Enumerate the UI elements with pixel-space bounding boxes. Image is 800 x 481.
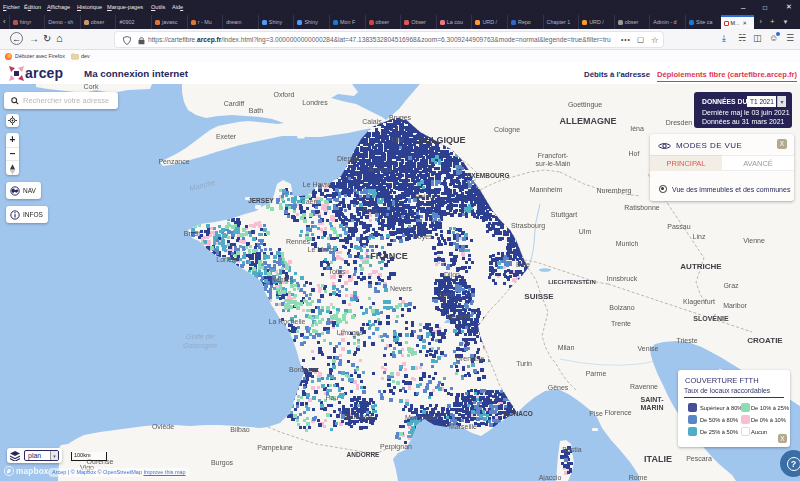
svg-text:Oxford: Oxford: [273, 91, 294, 98]
svg-text:Venise: Venise: [637, 345, 658, 352]
svg-text:Troyes: Troyes: [411, 233, 433, 241]
svg-text:Ulm: Ulm: [579, 228, 592, 235]
svg-text:Trente: Trente: [611, 320, 631, 327]
svg-text:SUISSE: SUISSE: [524, 292, 554, 301]
svg-text:Nuremberg: Nuremberg: [596, 187, 631, 195]
svg-text:Dijon: Dijon: [444, 271, 460, 279]
svg-text:Bâle: Bâle: [516, 261, 530, 268]
svg-text:Goettingue: Goettingue: [568, 101, 602, 109]
svg-text:Ratisbonne: Ratisbonne: [624, 204, 660, 211]
svg-text:Reims: Reims: [415, 193, 435, 200]
svg-text:Mannheim: Mannheim: [530, 186, 563, 193]
svg-text:Ravenne: Ravenne: [630, 383, 658, 390]
svg-text:Penzance: Penzance: [158, 158, 189, 165]
svg-text:Genève: Genève: [447, 313, 472, 320]
svg-text:Exeter: Exeter: [216, 133, 237, 140]
svg-text:Linz: Linz: [693, 233, 706, 240]
svg-text:Turin: Turin: [516, 360, 532, 367]
svg-text:Bordeaux: Bordeaux: [289, 366, 319, 373]
svg-text:Innsbruck: Innsbruck: [607, 275, 638, 282]
svg-text:Perpignan: Perpignan: [380, 443, 412, 451]
svg-text:Pau: Pau: [326, 394, 339, 401]
svg-text:Paris: Paris: [362, 207, 378, 214]
svg-text:ALLEMAGNE: ALLEMAGNE: [560, 116, 617, 126]
svg-text:Pampelune: Pampelune: [257, 444, 293, 452]
svg-text:Toulouse: Toulouse: [344, 413, 372, 420]
svg-text:Bilbao: Bilbao: [230, 426, 250, 433]
svg-text:Le Havre: Le Havre: [303, 181, 332, 188]
svg-text:Hof: Hof: [629, 150, 640, 157]
svg-text:AUTRICHE: AUTRICHE: [680, 262, 722, 271]
svg-text:Cardiff: Cardiff: [224, 100, 245, 107]
svg-text:CROATIE: CROATIE: [747, 336, 783, 345]
svg-text:Lorient: Lorient: [216, 256, 237, 263]
svg-text:BELGIQUE: BELGIQUE: [418, 135, 465, 145]
svg-text:Cork: Cork: [84, 84, 99, 90]
svg-text:Klagenfurt: Klagenfurt: [683, 298, 715, 306]
svg-text:Londres: Londres: [302, 99, 328, 106]
svg-text:JERSEY: JERSEY: [248, 197, 274, 204]
svg-text:Iéna: Iéna: [630, 125, 644, 132]
svg-text:Brest: Brest: [184, 230, 200, 237]
svg-text:Maribor: Maribor: [723, 302, 747, 309]
svg-text:Burgos: Burgos: [211, 459, 234, 467]
svg-text:Cologne: Cologne: [494, 126, 520, 134]
svg-text:Rome: Rome: [629, 474, 648, 481]
svg-text:Oviède: Oviède: [152, 423, 174, 430]
svg-text:Dresden: Dresden: [666, 119, 693, 126]
svg-text:sur-le-Main: sur-le-Main: [535, 160, 570, 167]
svg-text:Vienne: Vienne: [743, 237, 765, 244]
svg-text:SAINT-: SAINT-: [641, 396, 665, 403]
svg-text:Graz: Graz: [723, 282, 739, 289]
svg-text:Munich: Munich: [616, 240, 639, 247]
svg-text:Montpellier: Montpellier: [405, 414, 440, 422]
svg-text:Bruges: Bruges: [389, 114, 412, 122]
svg-text:ITALIE: ITALIE: [644, 454, 672, 464]
svg-text:Le Mans: Le Mans: [308, 246, 335, 253]
svg-text:Calais: Calais: [362, 118, 382, 125]
svg-text:Gascogne: Gascogne: [183, 341, 217, 350]
svg-text:ANDORRE: ANDORRE: [347, 451, 381, 458]
svg-text:Nevers: Nevers: [390, 285, 413, 292]
svg-text:LIECHTENSTEIN: LIECHTENSTEIN: [548, 279, 596, 285]
svg-text:Rennes: Rennes: [286, 238, 311, 245]
svg-text:Caen: Caen: [301, 198, 318, 205]
svg-text:Trieste: Trieste: [676, 337, 697, 344]
svg-text:FRANCE: FRANCE: [370, 251, 408, 261]
svg-text:Bastia: Bastia: [562, 446, 582, 453]
svg-text:Limoges: Limoges: [337, 329, 364, 337]
svg-text:Lyon: Lyon: [440, 291, 455, 299]
svg-text:Stuttgart: Stuttgart: [551, 211, 578, 219]
svg-text:Pise: Pise: [589, 410, 603, 417]
svg-text:Passau: Passau: [667, 223, 690, 230]
svg-text:MARIN: MARIN: [641, 404, 664, 411]
svg-text:Dieppe: Dieppe: [337, 155, 359, 163]
svg-text:Bolzano: Bolzano: [609, 304, 634, 311]
svg-text:Pescara: Pescara: [686, 455, 712, 462]
svg-text:Lille: Lille: [392, 136, 405, 143]
svg-text:SLOVÉNIE: SLOVÉNIE: [693, 314, 729, 322]
svg-text:Parme: Parme: [586, 370, 607, 377]
svg-text:Milan: Milan: [558, 344, 575, 351]
svg-text:Strasbourg: Strasbourg: [511, 222, 545, 230]
svg-text:Gênes: Gênes: [548, 384, 569, 391]
svg-text:MONACO: MONACO: [503, 410, 533, 417]
svg-text:Marseille: Marseille: [449, 423, 477, 430]
svg-text:Bath: Bath: [249, 107, 264, 114]
svg-text:Amiens: Amiens: [368, 166, 392, 173]
svg-text:Florence: Florence: [604, 409, 631, 416]
svg-text:Francfort-: Francfort-: [538, 152, 569, 159]
svg-text:Ajaccio: Ajaccio: [539, 474, 562, 481]
svg-text:LUXEMBOURG: LUXEMBOURG: [463, 172, 510, 179]
svg-text:Nantes: Nantes: [271, 276, 294, 283]
svg-text:Tours: Tours: [328, 268, 346, 275]
svg-text:La Rochelle: La Rochelle: [269, 318, 306, 325]
svg-text:Golfe de: Golfe de: [186, 332, 214, 341]
svg-text:Grenoble: Grenoble: [456, 355, 485, 362]
